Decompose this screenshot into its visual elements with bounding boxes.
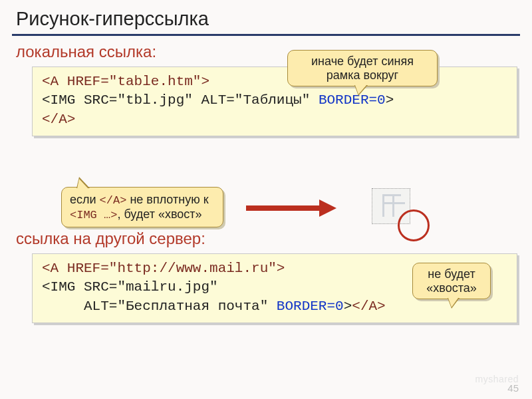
callout-line: не будет xyxy=(422,267,481,281)
code-text: </A> xyxy=(42,112,75,127)
highlight-circle-icon xyxy=(398,209,430,241)
callout-tail-gap: если </A> не вплотную к <IMG …>, будет «… xyxy=(61,187,223,227)
code-text: <IMG SRC="tbl.jpg" ALT="Таблицы" xyxy=(42,92,319,108)
callout-line: иначе будет синяя xyxy=(297,55,428,68)
page-number: 45 xyxy=(507,382,519,394)
callout-line: рамка вокруг xyxy=(297,68,428,82)
code-text: > xyxy=(344,299,352,314)
section-local-label: локальная ссылка: xyxy=(0,36,532,64)
slide-title: Рисунок-гиперссылка xyxy=(0,0,532,34)
callout-blue-border: иначе будет синяя рамка вокруг xyxy=(287,50,438,86)
code-text: ALT="Бесплатная почта" xyxy=(42,299,277,314)
callout-no-tail: не будет «хвоста» xyxy=(412,263,491,299)
code-border: BORDER=0 xyxy=(319,92,386,108)
code-border: BORDER=0 xyxy=(277,299,344,314)
code-text: <A HREF="table.htm"> xyxy=(42,74,209,89)
code-text: </A> xyxy=(352,299,385,314)
callout-tag: </A> xyxy=(100,194,127,207)
callout-text: если xyxy=(70,193,100,206)
callout-line: «хвоста» xyxy=(422,281,481,295)
callout-tag: <IMG …> xyxy=(70,209,117,221)
code-text: <A HREF="http://www.mail.ru"> xyxy=(42,261,285,276)
code-text: > xyxy=(386,92,394,108)
code-local: <A HREF="table.htm"> <IMG SRC="tbl.jpg" … xyxy=(32,66,517,136)
code-text: <IMG SRC="mailru.jpg" xyxy=(42,279,218,295)
arrow-icon xyxy=(246,201,339,215)
callout-text: , будет «хвост» xyxy=(117,207,201,221)
callout-text: не вплотную к xyxy=(126,193,208,206)
